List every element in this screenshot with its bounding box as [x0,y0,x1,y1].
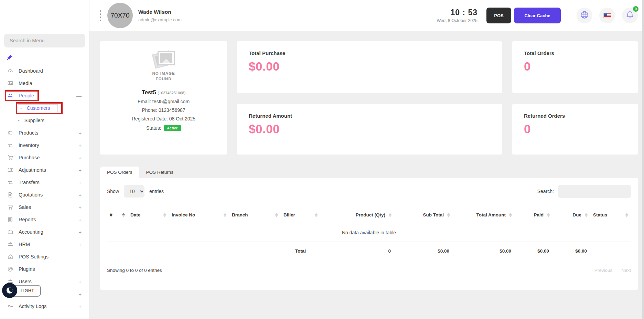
column-header-invoice-no[interactable]: Invoice No [169,207,229,223]
locale-flag-button[interactable] [599,8,615,23]
accounting-icon [7,228,14,235]
collapse-icon[interactable]: — [76,93,82,99]
us-flag-icon [603,13,611,18]
stat-value: $0.00 [249,60,490,73]
sort-arrows-icon [122,213,125,217]
expand-icon[interactable]: + [78,242,82,247]
expand-icon[interactable]: + [78,142,82,148]
column-header-status[interactable]: Status [590,207,631,223]
expand-icon[interactable]: + [78,304,82,309]
stat-value: 0 [524,122,626,136]
sidebar-item-adjustments[interactable]: Adjustments+ [0,164,89,176]
column-header-sub-total[interactable]: Sub Total [394,207,453,223]
language-globe-button[interactable] [577,8,592,23]
expand-icon[interactable]: + [78,130,82,136]
avatar[interactable]: 70X70 [107,3,133,28]
tab-pos-orders[interactable]: POS Orders [100,167,139,178]
sidebar-item-activity-logs[interactable]: Activity Logs+ [0,300,89,312]
customer-name: Test5 (103745251008) [142,89,185,96]
column-header-biller[interactable]: Biller [281,207,320,223]
sidebar-item-label: Customers [27,105,50,111]
theme-toggle[interactable]: LIGHT [5,285,41,297]
no-image-icon [153,50,175,67]
sales-icon [7,204,14,211]
show-label: Show [107,189,119,194]
stat-value: $0.00 [249,122,490,136]
total-cell: $0.00 [552,248,590,254]
page-scrollbar[interactable] [642,0,644,319]
total-cell: $0.00 [453,248,515,254]
sidebar-item-media[interactable]: Media [0,77,89,89]
main-content: NO IMAGE FOUND Test5 (103745251008) Emai… [89,31,644,319]
expand-icon[interactable]: + [78,291,82,297]
sidebar-item-label: Accounting [19,229,43,235]
expand-icon[interactable]: + [78,279,82,285]
column-header--[interactable]: # [107,207,128,223]
notifications-button[interactable]: 0 [622,8,638,23]
tab-pos-returns[interactable]: POS Returns [139,167,181,178]
page-length-select[interactable]: 10 [124,185,144,198]
sort-arrows-icon [547,213,550,217]
expand-icon[interactable]: + [78,167,82,173]
column-header-date[interactable]: Date [128,207,169,223]
total-purchase-card: Total Purchase $0.00 [237,41,502,93]
clock-time: 10 : 53 [437,8,477,17]
clear-cache-button[interactable]: Clear Cache [514,8,561,23]
sidebar-item-quotations[interactable]: Quotations+ [0,189,89,201]
search-input[interactable] [4,34,85,47]
hrm-icon [7,241,14,248]
total-orders-card: Total Orders 0 [512,41,638,93]
expand-icon[interactable]: + [78,155,82,161]
drag-handle-icon[interactable] [100,10,101,21]
sidebar-item-customers[interactable]: -Customers [0,102,89,114]
sidebar-item-purchase[interactable]: Purchase+ [0,151,89,164]
next-page-button[interactable]: Next [621,268,631,273]
sidebar-item-hrm[interactable]: HRM+ [0,238,89,251]
submenu-dash: - [20,105,22,111]
sidebar-item-plugins[interactable]: Plugins [0,263,89,275]
clock-date: Wed, 8 October 2025 [437,18,477,23]
sidebar-item-pos-settings[interactable]: POS Settings [0,251,89,263]
column-header-due[interactable]: Due [552,207,590,223]
sidebar-item-label: Suppliers [24,118,44,123]
expand-icon[interactable]: + [78,204,82,210]
moon-icon[interactable] [2,283,17,298]
sidebar-item-inventory[interactable]: Inventory+ [0,139,89,151]
sidebar-item-label: Transfers [19,180,40,185]
sidebar-item-label: People [19,93,34,98]
sidebar-item-reports[interactable]: Reports+ [0,213,89,226]
sidebar-item-label: Quotations [19,192,43,198]
sort-arrows-icon [315,213,318,217]
sort-arrows-icon [447,213,450,217]
sidebar-item-label: Plugins [19,266,35,272]
stat-label: Returned Orders [524,113,626,119]
sidebar-item-products[interactable]: Products+ [0,127,89,139]
quotations-icon [7,191,14,198]
bell-icon [625,10,634,21]
returned-orders-card: Returned Orders 0 [512,104,638,155]
column-header-paid[interactable]: Paid [515,207,552,223]
sort-arrows-icon [389,213,391,217]
sidebar-item-dashboard[interactable]: Dashboard [0,65,89,77]
sidebar-item-transfers[interactable]: Transfers+ [0,176,89,189]
expand-icon[interactable]: + [78,192,82,198]
pos-button[interactable]: POS [486,8,511,23]
sidebar-item-accounting[interactable]: Accounting+ [0,226,89,238]
status-badge: Active [164,125,181,131]
sidebar-item-sales[interactable]: Sales+ [0,201,89,213]
column-header-total-amount[interactable]: Total Amount [453,207,515,223]
sidebar-item-label: Sales [19,204,31,210]
pin-icon[interactable] [6,54,13,62]
expand-icon[interactable]: + [78,229,82,235]
column-header-product-qty-[interactable]: Product (Qty) [320,207,394,223]
sidebar-item-suppliers[interactable]: -Suppliers [0,114,89,127]
customer-registered-date: Registered Date: 08 Oct 2025 [132,116,195,121]
sidebar-item-people[interactable]: People— [0,89,89,102]
previous-page-button[interactable]: Previous [594,268,613,273]
expand-icon[interactable]: + [78,217,82,223]
table-search-input[interactable] [558,185,631,198]
plugins-icon [7,266,14,273]
column-header-branch[interactable]: Branch [229,207,281,223]
activity-logs-icon [7,303,14,310]
expand-icon[interactable]: + [78,180,82,185]
